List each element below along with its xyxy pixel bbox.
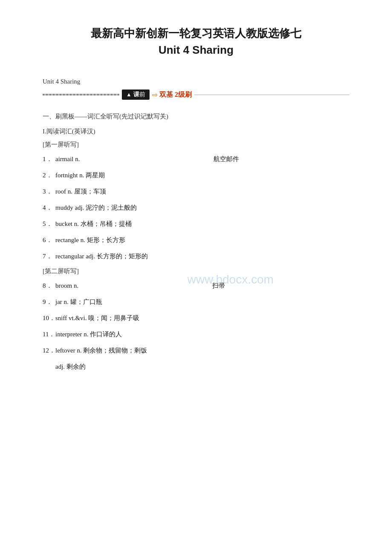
vocab-item-9: 9． jar n. 罐；广口瓶: [43, 297, 349, 307]
section-title: 一、刷黑板——词汇全听写(先过识记默写关): [43, 113, 349, 121]
vocab-num-11: 11．: [43, 329, 55, 339]
vocab-num-1: 1．: [43, 154, 55, 164]
vocab-num-7: 7．: [43, 251, 55, 261]
vocab-content-11: interpreter n. 作口译的人: [55, 329, 349, 339]
vocab-section-title: I.阅读词汇(英译汉): [43, 127, 349, 136]
vocab-item-11: 11． interpreter n. 作口译的人: [43, 329, 349, 339]
vocab-content-8: broom n. 扫帚: [55, 280, 349, 291]
vocab-item-4: 4． muddy adj. 泥泞的；泥土般的: [43, 202, 349, 213]
vocab-item-2: 2． fortnight n. 两星期: [43, 170, 349, 180]
banner-center: ▲ 课 前: [122, 90, 150, 100]
vocab-num-2: 2．: [43, 170, 55, 180]
vocab-word-1: airmail n.: [55, 156, 80, 162]
vocab-item-12: 12． leftover n. 剩余物；残留物；剩饭: [43, 345, 349, 356]
screen1-label: [第一屏听写]: [43, 141, 349, 149]
banner-arrow-icon: ⇨: [152, 91, 158, 99]
vocab-num-3: 3．: [43, 186, 55, 197]
screen2-label: [第二屏听写]: [43, 267, 349, 275]
vocab-item-3: 3． roof n. 屋顶；车顶: [43, 186, 349, 197]
banner-ke-text: 课: [133, 91, 139, 98]
vocab-content-3: roof n. 屋顶；车顶: [55, 186, 349, 197]
main-title: 最新高中新创新一轮复习英语人教版选修七: [43, 26, 349, 41]
vocab-translation-1: 航空邮件: [150, 156, 239, 162]
vocab-num-12: 12．: [43, 345, 55, 356]
vocab-item-6: 6． rectangle n. 矩形；长方形: [43, 235, 349, 245]
vocab-word-8: broom n.: [55, 282, 78, 289]
vocab-content-2: fortnight n. 两星期: [55, 170, 349, 180]
vocab-num-10: 10．: [43, 313, 55, 323]
vocab-content-12: leftover n. 剩余物；残留物；剩饭: [55, 345, 349, 356]
vocab-num-4: 4．: [43, 202, 55, 213]
banner-left-decoration: [43, 94, 119, 95]
vocab-num-6: 6．: [43, 235, 55, 245]
vocab-item-12-adj: adj. 剩余的: [43, 361, 349, 372]
vocab-translation-8: 扫帚: [148, 282, 225, 289]
vocab-content-4: muddy adj. 泥泞的；泥土般的: [55, 202, 349, 213]
sub-title: Unit 4 Sharing: [43, 43, 349, 57]
vocab-item-1: 1． airmail n. 航空邮件: [43, 154, 349, 164]
vocab-content-5: bucket n. 水桶；吊桶；提桶: [55, 219, 349, 229]
vocab-content-9: jar n. 罐；广口瓶: [55, 297, 349, 307]
banner-right-decoration: [194, 95, 349, 95]
banner-right-text: 双基 2级刷: [159, 90, 192, 99]
unit-label: Unit 4 Sharing: [43, 78, 349, 85]
banner-qian-text: 前: [139, 91, 145, 98]
vocab-item-5: 5． bucket n. 水桶；吊桶；提桶: [43, 219, 349, 229]
vocab-content-10: sniff vt.&vi. 嗅；闻；用鼻子吸: [55, 313, 349, 323]
vocab-content-12-adj: adj. 剩余的: [55, 361, 349, 372]
vocab-content-1: airmail n. 航空邮件: [55, 154, 349, 164]
section-banner: ▲ 课 前 ⇨ 双基 2级刷: [43, 90, 349, 100]
vocab-item-10: 10． sniff vt.&vi. 嗅；闻；用鼻子吸: [43, 313, 349, 323]
vocab-content-6: rectangle n. 矩形；长方形: [55, 235, 349, 245]
vocab-item-8: 8． broom n. 扫帚: [43, 280, 349, 291]
vocab-num-9: 9．: [43, 297, 55, 307]
banner-book-icon: ▲: [126, 91, 132, 98]
vocab-item-7: 7． rectangular adj. 长方形的；矩形的: [43, 251, 349, 261]
vocab-content-7: rectangular adj. 长方形的；矩形的: [55, 251, 349, 261]
vocab-num-8: 8．: [43, 280, 55, 291]
vocab-num-5: 5．: [43, 219, 55, 229]
